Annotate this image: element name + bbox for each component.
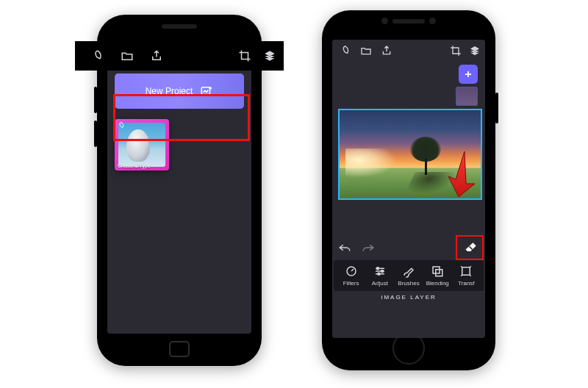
crop-icon[interactable] <box>238 49 251 62</box>
overlap-icon <box>431 265 444 278</box>
dial-icon <box>345 265 358 278</box>
left-phone-volume-up <box>94 87 97 113</box>
tool-filters[interactable]: Filters <box>337 265 365 287</box>
share-icon[interactable] <box>381 45 392 57</box>
new-project-highlight <box>113 94 250 141</box>
right-screen: Filters Adjust Brushes Blending Transf <box>332 40 485 338</box>
tool-label: Filters <box>343 280 359 287</box>
layers-icon[interactable] <box>263 49 276 62</box>
eraser-highlight <box>456 235 484 260</box>
brush-icon <box>402 265 415 278</box>
external-toolbar <box>75 41 284 71</box>
tool-adjust[interactable]: Adjust <box>365 265 394 287</box>
canvas-sunglow <box>345 148 397 178</box>
right-phone-power <box>495 93 498 123</box>
left-screen: Projects New Project Create & Type <box>107 44 251 334</box>
left-phone-speaker <box>162 24 197 29</box>
share-icon[interactable] <box>150 49 163 62</box>
svg-point-4 <box>378 273 380 275</box>
tool-label: Transf <box>458 280 474 287</box>
left-phone-volume-down <box>94 121 97 147</box>
canvas-area <box>335 63 482 234</box>
editor-canvas[interactable] <box>338 109 482 200</box>
left-phone-home-button[interactable] <box>169 341 190 357</box>
layer-thumbnail[interactable] <box>456 87 478 106</box>
tool-label: Blending <box>426 280 449 287</box>
sliders-icon <box>373 265 387 278</box>
crop-icon[interactable] <box>450 45 462 57</box>
leaf-icon[interactable] <box>91 49 104 62</box>
tool-brushes[interactable]: Brushes <box>394 265 423 287</box>
right-phone-body: Filters Adjust Brushes Blending Transf <box>322 10 495 370</box>
transform-icon <box>459 265 473 278</box>
svg-point-2 <box>376 267 379 270</box>
tool-blending[interactable]: Blending <box>423 265 452 287</box>
folder-icon[interactable] <box>121 49 134 62</box>
folder-icon[interactable] <box>360 45 372 57</box>
add-layer-button[interactable] <box>459 65 478 84</box>
project-thumb-title: Create & Type <box>118 163 151 168</box>
layers-icon[interactable] <box>469 45 481 57</box>
editor-toolbar <box>332 40 485 62</box>
svg-rect-7 <box>462 267 470 276</box>
svg-point-3 <box>381 270 383 273</box>
tool-transform[interactable]: Transf <box>452 265 481 287</box>
right-phone-notch <box>381 18 436 24</box>
undo-icon[interactable] <box>338 242 351 253</box>
leaf-icon[interactable] <box>340 45 351 57</box>
undo-redo-row <box>332 237 485 259</box>
tools-bar: Filters Adjust Brushes Blending Transf <box>334 260 484 291</box>
tool-label: Brushes <box>398 280 419 287</box>
image-layer-label: IMAGE LAYER <box>332 294 485 301</box>
tool-label: Adjust <box>372 280 388 287</box>
redo-icon[interactable] <box>362 242 375 253</box>
projects-body: New Project Create & Type <box>107 68 251 176</box>
canvas-tree <box>407 137 444 175</box>
